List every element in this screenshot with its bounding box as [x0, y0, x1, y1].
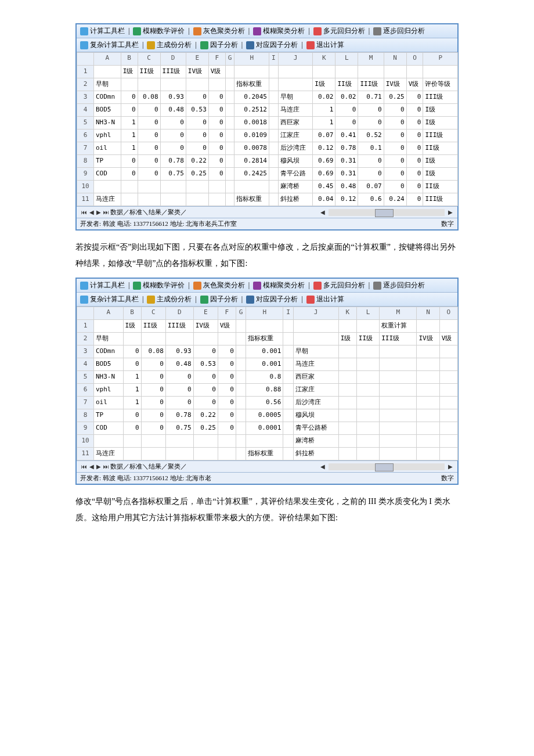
grid-cell[interactable]: 江家庄: [293, 384, 338, 397]
grid-cell[interactable]: 0: [218, 397, 236, 409]
grid-cell[interactable]: 早朝: [278, 91, 312, 104]
col-header[interactable]: H: [234, 53, 269, 66]
grid-cell[interactable]: [141, 333, 165, 345]
grid-cell[interactable]: 0.04: [313, 193, 335, 206]
grid-cell[interactable]: I级: [121, 66, 138, 78]
grid-cell[interactable]: 0.41: [335, 129, 358, 142]
grid-cell[interactable]: 0.75: [160, 168, 186, 181]
grid-cell[interactable]: 0: [123, 358, 141, 371]
grid-cell[interactable]: 后沙湾庄: [293, 397, 338, 409]
grid-cell[interactable]: [141, 435, 165, 448]
grid-cell[interactable]: 0: [406, 193, 423, 206]
grid-cell[interactable]: [439, 384, 457, 397]
grid-cell[interactable]: II级: [335, 78, 358, 91]
col-header[interactable]: F: [208, 53, 225, 66]
grid-cell[interactable]: II级: [423, 142, 458, 155]
col-header[interactable]: G: [236, 307, 246, 320]
grid-cell[interactable]: [338, 384, 356, 397]
grid-cell[interactable]: 0: [138, 142, 160, 155]
tb3-btn-multi-regression[interactable]: 多元回归分析: [313, 280, 365, 290]
grid-cell[interactable]: [283, 397, 293, 409]
grid-cell[interactable]: 0.12: [335, 193, 358, 206]
nav-first-icon[interactable]: ⏮: [80, 209, 88, 215]
grid-cell[interactable]: 0: [165, 397, 193, 409]
grid-cell[interactable]: [236, 345, 246, 358]
col-header[interactable]: L: [356, 307, 379, 320]
grid-cell[interactable]: IV级: [186, 66, 208, 78]
grid-cell[interactable]: 1: [123, 397, 141, 409]
row-header[interactable]: 10: [77, 435, 94, 448]
grid-cell[interactable]: 1: [313, 117, 335, 129]
grid-cell[interactable]: 0.31: [335, 155, 358, 168]
grid-cell[interactable]: 0: [218, 384, 236, 397]
col-header[interactable]: L: [335, 53, 358, 66]
grid-cell[interactable]: [165, 448, 193, 460]
row-header[interactable]: 11: [77, 448, 94, 460]
grid-cell[interactable]: 0: [208, 142, 225, 155]
grid-cell[interactable]: COD: [94, 422, 124, 435]
grid-cell[interactable]: 青平公路: [278, 168, 312, 181]
grid-cell[interactable]: [218, 333, 236, 345]
col-header[interactable]: P: [423, 53, 458, 66]
col-header[interactable]: J: [278, 53, 312, 66]
grid-cell[interactable]: 0: [121, 168, 138, 181]
grid-cell[interactable]: [225, 193, 234, 206]
grid-cell[interactable]: [439, 371, 457, 384]
grid-cell[interactable]: [356, 422, 379, 435]
grid-cell[interactable]: [338, 397, 356, 409]
grid-cell[interactable]: [186, 193, 208, 206]
col-header[interactable]: M: [358, 53, 384, 66]
grid-cell[interactable]: 0: [141, 409, 165, 422]
grid-cell[interactable]: [283, 320, 293, 333]
grid-cell[interactable]: [338, 320, 356, 333]
grid-cell[interactable]: 0: [121, 104, 138, 117]
grid-cell[interactable]: [283, 384, 293, 397]
tb4-btn-complex[interactable]: 复杂计算工具栏: [80, 294, 139, 304]
row-header[interactable]: 8: [77, 155, 94, 168]
grid-cell[interactable]: [165, 333, 193, 345]
grid-cell[interactable]: 0.1: [358, 142, 384, 155]
grid-cell[interactable]: 0: [141, 384, 165, 397]
grid-cell[interactable]: 1: [123, 384, 141, 397]
grid-cell[interactable]: [338, 448, 356, 460]
col-header[interactable]: H: [246, 307, 283, 320]
grid-cell[interactable]: 权重计算: [380, 320, 417, 333]
grid-cell[interactable]: 0.0005: [246, 409, 283, 422]
grid-cell[interactable]: 0: [384, 117, 406, 129]
row-header[interactable]: 4: [77, 104, 94, 117]
grid-cell[interactable]: [356, 358, 379, 371]
grid-cell[interactable]: vphl: [94, 129, 121, 142]
col-header[interactable]: K: [338, 307, 356, 320]
grid-cell[interactable]: III级: [165, 320, 193, 333]
grid-cell[interactable]: [439, 435, 457, 448]
grid-cell[interactable]: [384, 66, 406, 78]
grid-cell[interactable]: I级: [423, 117, 458, 129]
grid-cell[interactable]: 0.001: [246, 345, 283, 358]
grid-cell[interactable]: 0.93: [165, 345, 193, 358]
row-header[interactable]: 8: [77, 409, 94, 422]
col-header[interactable]: E: [193, 307, 218, 320]
grid-cell[interactable]: V级: [406, 78, 423, 91]
grid-cell[interactable]: 0.07: [313, 129, 335, 142]
grid-cell[interactable]: 0.69: [313, 155, 335, 168]
col-header[interactable]: O: [439, 307, 457, 320]
grid-cell[interactable]: 0: [384, 155, 406, 168]
grid-cell[interactable]: 0.24: [384, 193, 406, 206]
grid-cell[interactable]: 0.56: [246, 397, 283, 409]
grid-cell[interactable]: [313, 66, 335, 78]
grid-cell[interactable]: 斜拉桥: [293, 448, 338, 460]
col-header[interactable]: I: [269, 53, 278, 66]
grid-cell[interactable]: 0: [406, 168, 423, 181]
grid-cell[interactable]: [283, 358, 293, 371]
sheet-tab-labels[interactable]: 数据／标准＼结果／聚类／: [110, 462, 187, 471]
grid-cell[interactable]: [225, 142, 234, 155]
grid-cell[interactable]: [380, 409, 417, 422]
grid-cell[interactable]: [94, 181, 121, 193]
grid-cell[interactable]: 0: [138, 168, 160, 181]
grid-cell[interactable]: [186, 181, 208, 193]
nav-next-icon[interactable]: ▶: [95, 463, 102, 470]
grid-cell[interactable]: 0.0109: [234, 129, 269, 142]
grid-cell[interactable]: BOD5: [94, 358, 124, 371]
grid-cell[interactable]: [283, 333, 293, 345]
grid-cell[interactable]: 早朝: [293, 345, 338, 358]
